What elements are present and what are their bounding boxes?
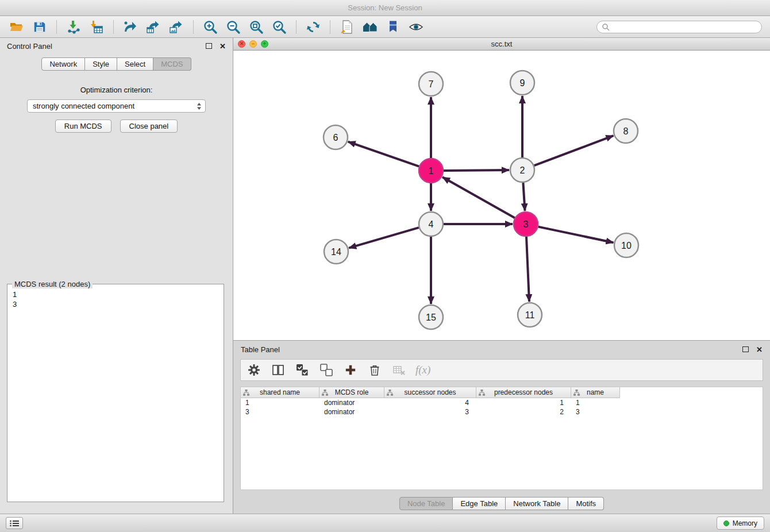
delete-table-icon (392, 364, 405, 376)
cell-shared-name[interactable]: 3 (241, 408, 319, 416)
zoom-in-button[interactable] (201, 18, 220, 36)
graph-edge-2-3[interactable] (523, 183, 525, 211)
tab-motifs[interactable]: Motifs (568, 497, 604, 510)
tab-style[interactable]: Style (85, 57, 117, 71)
style-button[interactable] (383, 18, 403, 36)
import-table-button[interactable] (87, 18, 106, 36)
graph-edge-1-2[interactable] (444, 170, 509, 171)
delete-table-button[interactable] (391, 363, 406, 377)
mcds-result-text[interactable]: 13 (7, 284, 224, 314)
control-panel-header: Control Panel ✕ (0, 38, 233, 54)
run-mcds-button[interactable]: Run MCDS (55, 119, 111, 133)
mcds-buttons-row: Run MCDS Close panel (0, 119, 233, 133)
close-table-panel-icon[interactable]: ✕ (756, 345, 763, 354)
zoom-out-button[interactable] (224, 18, 243, 36)
search-input[interactable] (613, 23, 757, 31)
cell-mcds-role[interactable]: dominator (319, 408, 384, 416)
tab-network[interactable]: Network (41, 57, 85, 71)
apply-layout-button[interactable] (303, 18, 323, 36)
tab-select[interactable]: Select (117, 57, 153, 71)
node-table: shared name MCDS role successor nodes pr… (240, 387, 763, 490)
column-header-successor-nodes[interactable]: successor nodes (384, 387, 476, 398)
close-panel-icon[interactable]: ✕ (220, 42, 226, 51)
zoom-selected-button[interactable] (270, 18, 289, 36)
network-graph[interactable]: 7968124314101511 (233, 51, 770, 340)
network-window-titlebar[interactable]: ✕ − + scc.txt (233, 38, 770, 51)
graph-node-label-14: 14 (331, 247, 341, 257)
zoom-selected-icon (272, 20, 287, 34)
clone-network-button[interactable] (337, 18, 357, 36)
tab-edge-table[interactable]: Edge Table (453, 497, 506, 510)
select-all-columns-button[interactable] (295, 363, 310, 377)
graph-edge-3-10[interactable] (538, 227, 614, 243)
save-session-button[interactable] (30, 18, 49, 36)
graph-edge-1-6[interactable] (348, 142, 419, 167)
cell-predecessor-nodes[interactable]: 2 (476, 408, 571, 416)
graph-edge-3-11[interactable] (526, 237, 529, 302)
table-panel: Table Panel ✕ (233, 340, 770, 514)
cell-mcds-role[interactable]: dominator (319, 399, 384, 407)
search-box[interactable] (596, 21, 762, 33)
column-header-predecessor-nodes[interactable]: predecessor nodes (476, 387, 571, 398)
delete-column-button[interactable] (367, 363, 382, 377)
graph-node-label-6: 6 (333, 133, 338, 142)
cell-name[interactable]: 1 (571, 399, 620, 407)
unselect-all-columns-button[interactable] (319, 363, 334, 377)
node-table-header: shared name MCDS role successor nodes pr… (241, 387, 763, 398)
minimize-window-icon[interactable]: − (249, 40, 257, 48)
criterion-dropdown-value: strongly connected component (33, 102, 197, 110)
graph-node-label-15: 15 (426, 313, 436, 322)
column-header-label: shared name (260, 388, 300, 396)
close-window-icon[interactable]: ✕ (238, 40, 245, 48)
optimization-criterion-label: Optimization criterion: (0, 86, 233, 94)
tab-mcds[interactable]: MCDS (153, 57, 191, 71)
export-network-button[interactable] (121, 18, 140, 36)
cell-shared-name[interactable]: 1 (241, 399, 319, 407)
show-columns-button[interactable] (271, 363, 286, 377)
table-settings-button[interactable] (247, 363, 261, 377)
zoom-fit-button[interactable] (247, 18, 266, 36)
cell-successor-nodes[interactable]: 3 (384, 408, 476, 416)
float-panel-icon[interactable] (206, 43, 212, 49)
function-builder-button[interactable]: f(x) (415, 363, 430, 377)
toolbar-separator (296, 20, 297, 34)
export-table-button[interactable] (144, 18, 163, 36)
float-table-panel-icon[interactable] (742, 346, 749, 352)
home-button[interactable] (360, 18, 380, 36)
export-image-button[interactable] (167, 18, 186, 36)
column-header-name[interactable]: name (571, 387, 620, 398)
show-hide-button[interactable] (406, 18, 426, 36)
cell-name[interactable]: 3 (571, 408, 620, 416)
titlebar: Session: New Session (0, 0, 770, 16)
zoom-window-icon[interactable]: + (261, 40, 268, 48)
zoom-in-icon (203, 20, 218, 34)
tab-node-table[interactable]: Node Table (399, 497, 453, 510)
table-toolbar: f(x) (240, 359, 763, 381)
memory-button[interactable]: Memory (717, 516, 764, 530)
graph-edge-2-8[interactable] (534, 136, 614, 165)
create-column-button[interactable] (343, 363, 358, 377)
import-network-button[interactable] (64, 18, 83, 36)
table-row[interactable]: 3 dominator 3 2 3 (241, 407, 763, 417)
tab-network-table[interactable]: Network Table (506, 497, 568, 510)
graph-edge-4-14[interactable] (349, 228, 419, 248)
document-icon (340, 20, 355, 34)
open-session-button[interactable] (7, 18, 26, 36)
graph-node-label-11: 11 (525, 310, 535, 320)
column-header-mcds-role[interactable]: MCDS role (319, 387, 384, 398)
task-history-button[interactable] (6, 517, 23, 529)
table-row[interactable]: 1 dominator 4 1 1 (241, 398, 763, 407)
cell-successor-nodes[interactable]: 4 (384, 399, 476, 407)
graph-edge-3-1[interactable] (442, 177, 515, 218)
close-panel-button[interactable]: Close panel (120, 119, 178, 133)
criterion-dropdown[interactable]: strongly connected component (27, 99, 206, 113)
export-table-icon (146, 20, 161, 34)
column-type-icon (242, 389, 250, 396)
graph-node-label-9: 9 (520, 78, 525, 88)
network-canvas[interactable]: 7968124314101511 (233, 51, 770, 340)
control-panel-title: Control Panel (7, 42, 52, 51)
cell-predecessor-nodes[interactable]: 1 (476, 399, 571, 407)
search-icon (602, 23, 610, 31)
column-header-shared-name[interactable]: shared name (241, 387, 319, 398)
graph-node-label-4: 4 (429, 219, 434, 229)
